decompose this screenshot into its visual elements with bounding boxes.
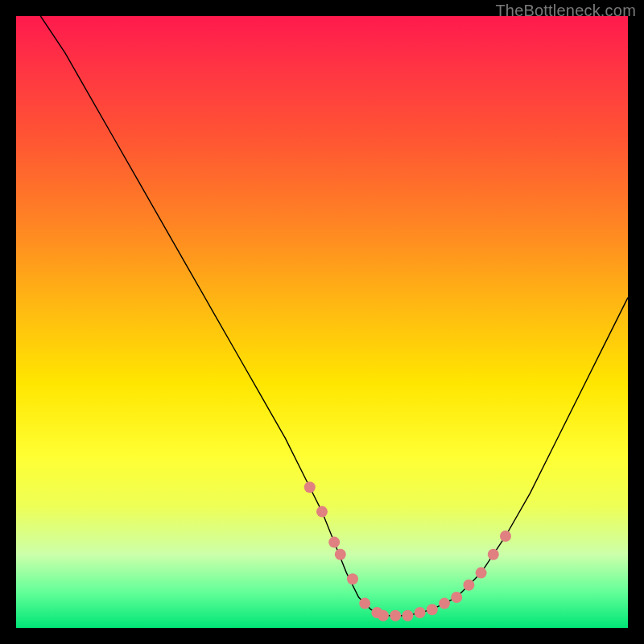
optimal-dot xyxy=(476,568,487,579)
optimal-dot xyxy=(427,604,438,615)
curve-path xyxy=(40,16,628,616)
optimal-dot xyxy=(304,481,316,493)
bottleneck-curve xyxy=(16,16,628,628)
optimal-dot xyxy=(439,598,450,609)
optimal-dot xyxy=(390,610,401,621)
plot-area xyxy=(16,16,628,628)
optimal-dot xyxy=(347,573,358,584)
optimal-dot xyxy=(451,592,462,603)
optimal-dot xyxy=(316,506,328,518)
optimal-dot xyxy=(359,598,370,609)
optimal-dot xyxy=(463,580,474,591)
optimal-dot xyxy=(402,610,413,621)
watermark: TheBottleneck.com xyxy=(495,2,636,20)
chart-frame: TheBottleneck.com xyxy=(0,0,644,644)
optimal-dot xyxy=(488,549,499,560)
optimal-dot xyxy=(415,607,426,618)
optimal-dot xyxy=(335,549,346,560)
optimal-dot xyxy=(328,537,340,548)
optimal-dot xyxy=(500,530,511,542)
optimal-dot xyxy=(378,610,389,621)
